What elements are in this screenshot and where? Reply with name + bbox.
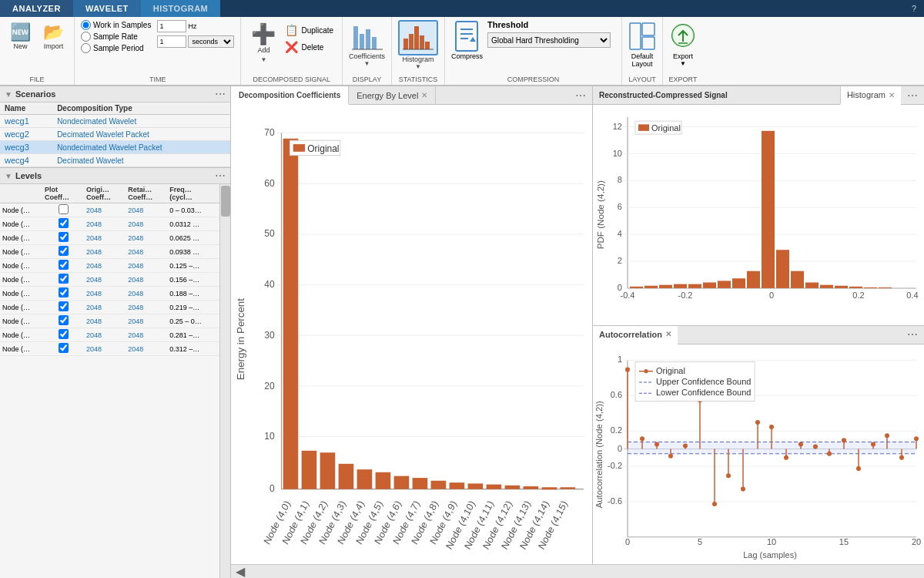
- levels-scrollbar[interactable]: [219, 184, 230, 578]
- ribbon-group-export: Export ▼ EXPORT: [663, 17, 703, 85]
- levels-menu-icon[interactable]: ⋯: [215, 170, 226, 182]
- tab-analyzer[interactable]: ANALYZER: [0, 0, 73, 17]
- hist-tab-close[interactable]: ✕: [889, 91, 895, 99]
- ytick-50: 50: [264, 228, 274, 240]
- scenarios-header[interactable]: ▼ Scenarios ⋯: [0, 86, 230, 102]
- histogram-button[interactable]: Histogram ▼: [398, 20, 438, 70]
- tab-histogram-chart[interactable]: Histogram ✕: [840, 86, 901, 105]
- hist-bar-1: [630, 287, 643, 288]
- export-button[interactable]: Export ▼: [669, 20, 697, 67]
- level-freq-5: 0.156 –…: [167, 273, 219, 287]
- duplicate-button[interactable]: 📋 Duplicate: [283, 23, 336, 37]
- level-check-4[interactable]: [42, 259, 84, 273]
- level-check-1[interactable]: [42, 217, 84, 231]
- scenario-row-1[interactable]: wecg2 Decimated Wavelet Packet: [0, 128, 230, 141]
- ytick-20: 20: [264, 380, 274, 391]
- level-ret-7: 2048: [126, 301, 167, 314]
- level-orig-0: 2048: [84, 203, 126, 217]
- nav-left-arrow[interactable]: ◀: [236, 564, 245, 578]
- help-button[interactable]: ?: [904, 0, 924, 17]
- histogram-dropdown-arrow[interactable]: ▼: [415, 63, 421, 70]
- dot-20: [914, 436, 919, 441]
- level-check-6[interactable]: [42, 287, 84, 301]
- decomp-panel-menu[interactable]: ⋯: [569, 86, 592, 104]
- duplicate-icon: 📋: [285, 24, 298, 36]
- new-button[interactable]: 🆕 New: [6, 20, 35, 52]
- level-node-2: Node (…: [0, 231, 42, 245]
- default-layout-button[interactable]: DefaultLayout: [628, 20, 656, 68]
- add-dropdown-arrow[interactable]: ▼: [260, 56, 266, 63]
- svg-rect-2: [366, 29, 370, 49]
- hist-bar-11: [776, 250, 789, 288]
- scenario-link-0[interactable]: wecg1: [5, 116, 29, 126]
- svg-rect-11: [456, 22, 477, 51]
- sample-rate-input[interactable]: [157, 20, 186, 32]
- level-orig-10: 2048: [84, 342, 126, 356]
- ribbon-group-display: Coefficients ▼ DISPLAY: [343, 17, 392, 85]
- level-freq-4: 0.125 –…: [167, 259, 219, 273]
- tab-autocorrelation[interactable]: Autocorrelation ✕: [593, 326, 678, 344]
- level-node-4: Node (…: [0, 259, 42, 273]
- delete-button[interactable]: ❌ Delete: [283, 40, 336, 54]
- dot-16: [856, 466, 861, 471]
- coefficients-button[interactable]: Coefficients ▼: [349, 20, 385, 67]
- threshold-select[interactable]: Global Hard Thresholding: [487, 32, 611, 48]
- energy-tab-close[interactable]: ✕: [421, 91, 427, 99]
- level-check-0[interactable]: [42, 203, 84, 217]
- level-check-2[interactable]: [42, 231, 84, 245]
- add-icon: ➕: [251, 22, 276, 46]
- tab-histogram[interactable]: HISTOGRAM: [141, 0, 221, 17]
- level-node-1: Node (…: [0, 217, 42, 231]
- tab-energy-by-level[interactable]: Energy By Level ✕: [349, 86, 436, 104]
- bottom-strip: ◀: [231, 564, 924, 578]
- energy-y-axis-label: Energy in Percent: [236, 297, 246, 380]
- add-button[interactable]: ➕ Add: [247, 20, 280, 56]
- dot-18: [885, 433, 889, 438]
- radio-sample-period[interactable]: Sample Period: [81, 43, 151, 53]
- layout-group-label: LAYOUT: [622, 76, 662, 83]
- scenario-link-3[interactable]: wecg4: [5, 156, 29, 165]
- levels-scroll-area[interactable]: PlotCoeff… Origi…Coeff… Retai…Coeff… Fre…: [0, 184, 219, 578]
- levels-section: ▼ Levels ⋯ PlotCoeff… Origi…Coeff… Retai…: [0, 168, 230, 578]
- compression-group-label: COMPRESSION: [445, 76, 621, 83]
- import-button[interactable]: 📂 Import: [39, 20, 68, 52]
- dot-9: [755, 419, 760, 424]
- level-check-9[interactable]: [42, 328, 84, 342]
- hist-bar-6: [703, 283, 716, 288]
- scenario-row-3[interactable]: wecg4 Decimated Wavelet: [0, 154, 230, 167]
- level-check-7[interactable]: [42, 301, 84, 314]
- level-check-5[interactable]: [42, 273, 84, 287]
- tab-decomp-coefficients[interactable]: Decomposition Coefficients: [231, 86, 349, 105]
- level-orig-1: 2048: [84, 217, 126, 231]
- radio-work-in-samples[interactable]: Work in Samples: [81, 20, 151, 30]
- level-freq-3: 0.0938 …: [167, 245, 219, 259]
- hist-xtick-p5: 0.4: [906, 290, 918, 299]
- level-check-3[interactable]: [42, 245, 84, 259]
- scenario-name-1: wecg2: [0, 128, 52, 141]
- levels-header[interactable]: ▼ Levels ⋯: [0, 168, 230, 184]
- scenario-row-0[interactable]: wecg1 Nondecimated Wavelet: [0, 115, 230, 128]
- radio-sample-rate[interactable]: Sample Rate: [81, 32, 151, 42]
- compress-button[interactable]: Compress: [451, 20, 483, 60]
- scenario-type-0: Nondecimated Wavelet: [52, 115, 230, 128]
- level-check-8[interactable]: [42, 314, 84, 328]
- period-unit-select[interactable]: seconds: [188, 35, 234, 48]
- col-orig: Origi…Coeff…: [84, 184, 126, 203]
- scenarios-menu-icon[interactable]: ⋯: [215, 88, 226, 100]
- scenario-link-2[interactable]: wecg3: [5, 143, 29, 152]
- level-row-4: Node (… 2048 2048 0.125 –…: [0, 259, 219, 273]
- scenario-row-2[interactable]: wecg3 Nondecimated Wavelet Packet: [0, 141, 230, 154]
- scenario-link-1[interactable]: wecg2: [5, 129, 29, 139]
- level-ret-5: 2048: [126, 273, 167, 287]
- hist-panel-menu[interactable]: ⋯: [901, 86, 924, 104]
- tab-energy-label: Energy By Level: [357, 91, 418, 100]
- export-dropdown-arrow[interactable]: ▼: [680, 60, 686, 67]
- level-check-10[interactable]: [42, 342, 84, 356]
- col-node: [0, 184, 42, 203]
- coefficients-dropdown-arrow[interactable]: ▼: [364, 60, 370, 67]
- tab-wavelet[interactable]: WAVELET: [73, 0, 141, 17]
- sample-period-input[interactable]: [157, 35, 186, 48]
- dot-13: [813, 444, 818, 449]
- ac-panel-menu[interactable]: ⋯: [901, 326, 924, 344]
- ac-tab-close[interactable]: ✕: [665, 330, 671, 338]
